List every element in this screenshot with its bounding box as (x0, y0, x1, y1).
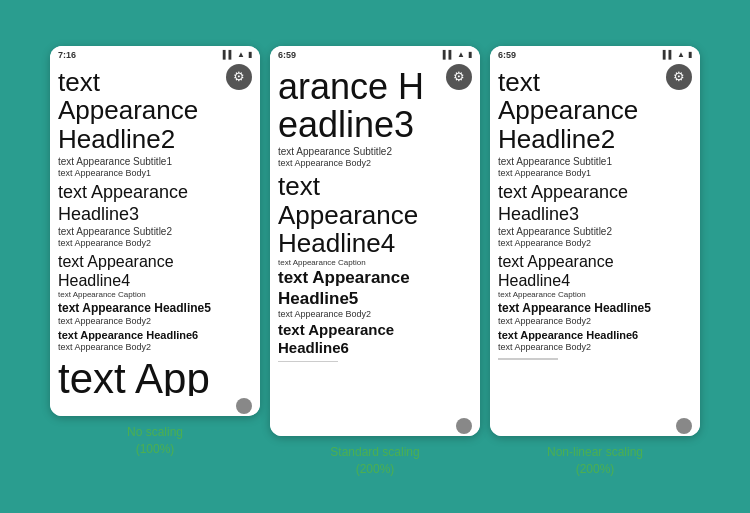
subtitle2-3: text Appearance Subtitle2 (498, 225, 692, 238)
bottom-bar-3 (490, 416, 700, 436)
divider-3 (498, 358, 558, 360)
headline3-3: text AppearanceHeadline3 (498, 182, 692, 225)
status-icons-2: ▌▌ ▲ ▮ (443, 50, 472, 59)
battery-icon-3: ▮ (688, 50, 692, 59)
headline6-1: text Appearance Headline6 (58, 328, 252, 342)
gear-icon-2: ⚙ (453, 69, 465, 84)
body1-2: text Appearance Body2 (278, 158, 472, 170)
phone-container-nonlinear: 6:59 ▌▌ ▲ ▮ ⚙ textAppearanceHeadline2 te… (490, 46, 700, 478)
body4-1: text Appearance Body2 (58, 342, 252, 354)
status-bar-3: 6:59 ▌▌ ▲ ▮ (490, 46, 700, 64)
wifi-icon-1: ▲ (237, 50, 245, 59)
headline1-3: textAppearanceHeadline2 (498, 68, 692, 154)
time-2: 6:59 (278, 50, 296, 60)
headline4-1: text AppearanceHeadline4 (58, 252, 252, 290)
caption-3: text Appearance Caption (498, 290, 692, 300)
bottom-bar-2 (270, 416, 480, 436)
signal-icon-1: ▌▌ (223, 50, 234, 59)
wifi-icon-2: ▲ (457, 50, 465, 59)
gear-icon-1: ⚙ (233, 69, 245, 84)
headline5-1: text Appearance Headline5 (58, 301, 252, 317)
headline6-2: text AppearanceHeadline6 (278, 321, 472, 357)
time-3: 6:59 (498, 50, 516, 60)
status-bar-1: 7:16 ▌▌ ▲ ▮ (50, 46, 260, 64)
body3-2: text Appearance Body2 (278, 309, 472, 321)
subtitle1-1: text Appearance Subtitle1 (58, 155, 252, 168)
headline4-3: text AppearanceHeadline4 (498, 252, 692, 290)
body3-1: text Appearance Body2 (58, 316, 252, 328)
status-bar-2: 6:59 ▌▌ ▲ ▮ (270, 46, 480, 64)
headline6-3: text Appearance Headline6 (498, 328, 692, 342)
caption-label-no-scaling: No scaling (100%) (127, 424, 183, 458)
headline3-1: text AppearanceHeadline3 (58, 182, 252, 225)
phone-content-1: textAppearanceHeadline2 text Appearance … (50, 64, 260, 416)
gear-icon-3: ⚙ (673, 69, 685, 84)
caption-2: text Appearance Caption (278, 258, 472, 268)
headline1-2: arance Headline3 (278, 68, 472, 144)
time-1: 7:16 (58, 50, 76, 60)
body2-3: text Appearance Body2 (498, 238, 692, 250)
phone-standard: 6:59 ▌▌ ▲ ▮ ⚙ arance Headline3 text Appe… (270, 46, 480, 436)
phone-no-scaling: 7:16 ▌▌ ▲ ▮ ⚙ textAppearanceHeadline2 te… (50, 46, 260, 416)
wifi-icon-3: ▲ (677, 50, 685, 59)
caption-1: text Appearance Caption (58, 290, 252, 300)
headline3-2: textAppearanceHeadline4 (278, 172, 472, 258)
gear-button-2[interactable]: ⚙ (446, 64, 472, 90)
status-icons-1: ▌▌ ▲ ▮ (223, 50, 252, 59)
body4-3: text Appearance Body2 (498, 342, 692, 354)
gear-button-3[interactable]: ⚙ (666, 64, 692, 90)
scroll-indicator-1 (236, 398, 252, 414)
signal-icon-3: ▌▌ (663, 50, 674, 59)
subtitle2-1: text Appearance Subtitle2 (58, 225, 252, 238)
phones-row: 7:16 ▌▌ ▲ ▮ ⚙ textAppearanceHeadline2 te… (10, 46, 740, 478)
scroll-indicator-2 (456, 418, 472, 434)
phone-container-standard: 6:59 ▌▌ ▲ ▮ ⚙ arance Headline3 text Appe… (270, 46, 480, 478)
phone-content-3: textAppearanceHeadline2 text Appearance … (490, 64, 700, 372)
body3-3: text Appearance Body2 (498, 316, 692, 328)
caption-label-nonlinear: Non-linear scaling (200%) (547, 444, 643, 478)
signal-icon-2: ▌▌ (443, 50, 454, 59)
battery-icon-1: ▮ (248, 50, 252, 59)
caption-label-standard: Standard scaling (200%) (330, 444, 419, 478)
subtitle1-3: text Appearance Subtitle1 (498, 155, 692, 168)
headline1-1: textAppearanceHeadline2 (58, 68, 252, 154)
bottom-bar-1 (50, 396, 260, 416)
status-icons-3: ▌▌ ▲ ▮ (663, 50, 692, 59)
body1-1: text Appearance Body1 (58, 168, 252, 180)
scroll-indicator-3 (676, 418, 692, 434)
phone-container-no-scaling: 7:16 ▌▌ ▲ ▮ ⚙ textAppearanceHeadline2 te… (50, 46, 260, 458)
subtitle1-2: text Appearance Subtitle2 (278, 145, 472, 158)
body2-1: text Appearance Body2 (58, 238, 252, 250)
phone-nonlinear: 6:59 ▌▌ ▲ ▮ ⚙ textAppearanceHeadline2 te… (490, 46, 700, 436)
headline5-2: text AppearanceHeadline5 (278, 268, 472, 309)
gear-button-1[interactable]: ⚙ (226, 64, 252, 90)
divider-2 (278, 361, 338, 363)
phone-content-2: arance Headline3 text Appearance Subtitl… (270, 64, 480, 374)
headline5-3: text Appearance Headline5 (498, 301, 692, 317)
battery-icon-2: ▮ (468, 50, 472, 59)
body1-3: text Appearance Body1 (498, 168, 692, 180)
